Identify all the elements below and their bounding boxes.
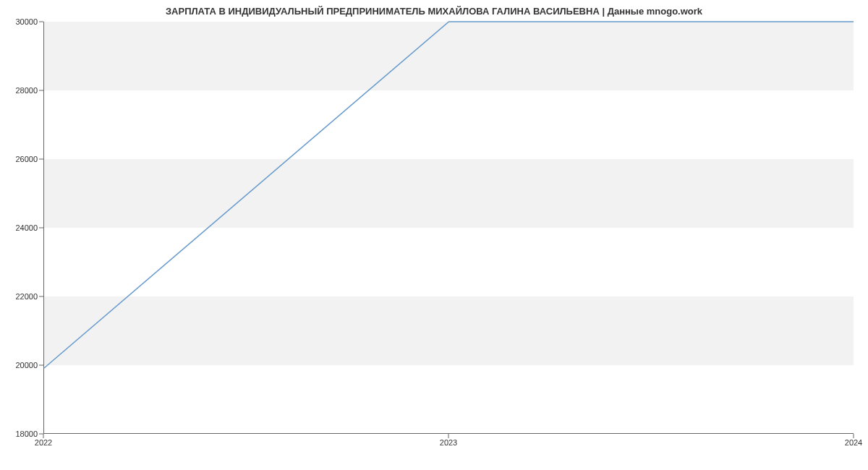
y-tick-label: 28000 — [4, 86, 38, 95]
y-tick-label: 26000 — [4, 155, 38, 163]
x-tick-mark — [854, 434, 854, 438]
y-tick-label: 20000 — [4, 361, 38, 369]
chart-title: ЗАРПЛАТА В ИНДИВИДУАЛЬНЫЙ ПРЕДПРИНИМАТЕЛ… — [0, 6, 868, 17]
y-tick-label: 24000 — [4, 223, 38, 232]
salary-line — [44, 22, 854, 368]
plot-area — [43, 22, 854, 434]
x-tick-mark — [43, 434, 44, 438]
y-tick-label: 18000 — [4, 430, 38, 438]
chart-container: ЗАРПЛАТА В ИНДИВИДУАЛЬНЫЙ ПРЕДПРИНИМАТЕЛ… — [0, 0, 868, 470]
x-tick-label: 2022 — [35, 438, 52, 447]
x-tick-mark — [448, 434, 449, 438]
x-tick-label: 2023 — [440, 438, 457, 447]
x-tick-label: 2024 — [845, 438, 862, 447]
line-layer — [44, 22, 854, 433]
y-tick-label: 30000 — [4, 17, 38, 26]
y-tick-label: 22000 — [4, 292, 38, 301]
